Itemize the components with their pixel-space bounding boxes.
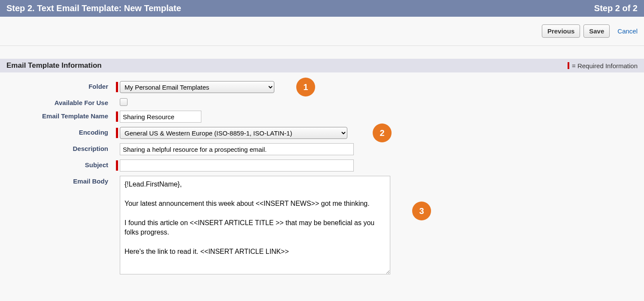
description-row: Description xyxy=(0,143,644,155)
required-marker-icon xyxy=(116,160,118,171)
callout-badge-2: 2 xyxy=(373,123,392,142)
template-name-row: Email Template Name xyxy=(0,111,644,123)
available-label: Available For Use xyxy=(0,97,116,106)
available-row: Available For Use xyxy=(0,97,644,106)
template-name-input[interactable] xyxy=(120,111,201,123)
required-legend-text: = Required Information xyxy=(572,62,638,69)
description-input[interactable] xyxy=(120,143,354,155)
cancel-link[interactable]: Cancel xyxy=(617,27,638,35)
form-area: Folder My Personal Email Templates 1 Ava… xyxy=(0,72,644,287)
subject-row: Subject xyxy=(0,160,644,172)
wizard-header: Step 2. Text Email Template: New Templat… xyxy=(0,0,644,17)
wizard-step-indicator: Step 2 of 2 xyxy=(594,3,638,13)
email-body-row: Email Body 3 xyxy=(0,176,644,274)
folder-select[interactable]: My Personal Email Templates xyxy=(120,81,274,93)
required-marker-icon xyxy=(116,111,118,122)
description-label: Description xyxy=(0,143,116,152)
email-body-label: Email Body xyxy=(0,176,116,185)
wizard-title: Step 2. Text Email Template: New Templat… xyxy=(6,3,181,13)
encoding-label: Encoding xyxy=(0,127,116,136)
template-name-label: Email Template Name xyxy=(0,111,116,120)
subject-label: Subject xyxy=(0,160,116,169)
section-header: Email Template Information = Required In… xyxy=(0,59,644,72)
required-marker-icon xyxy=(116,128,118,138)
callout-badge-3: 3 xyxy=(412,202,431,220)
save-button[interactable]: Save xyxy=(583,24,610,38)
encoding-row: Encoding General US & Western Europe (IS… xyxy=(0,127,644,139)
folder-label: Folder xyxy=(0,81,116,90)
section-title: Email Template Information xyxy=(6,61,102,70)
encoding-select[interactable]: General US & Western Europe (ISO-8859-1,… xyxy=(120,127,347,139)
callout-badge-1: 1 xyxy=(296,78,315,96)
folder-row: Folder My Personal Email Templates 1 xyxy=(0,81,644,93)
action-button-row: Previous Save Cancel xyxy=(0,17,644,46)
required-bar-icon xyxy=(568,62,569,69)
email-body-textarea[interactable] xyxy=(120,176,390,274)
previous-button[interactable]: Previous xyxy=(542,24,580,38)
required-legend: = Required Information xyxy=(568,62,638,69)
subject-input[interactable] xyxy=(120,160,354,172)
available-checkbox[interactable] xyxy=(120,98,128,106)
required-marker-icon xyxy=(116,82,118,92)
